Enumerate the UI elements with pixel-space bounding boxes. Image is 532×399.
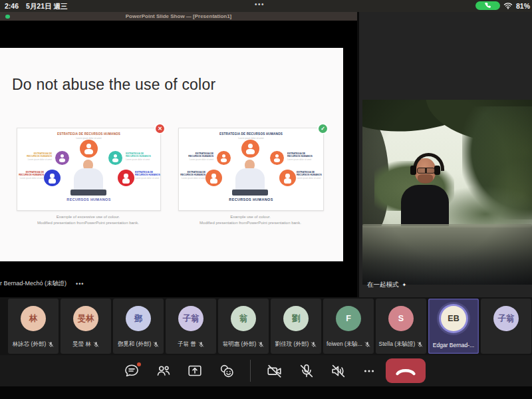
more-options-button[interactable]	[360, 362, 378, 380]
node-label-title: ESTRATEGIA DE RECURSOS HUMANOS	[297, 171, 322, 177]
reactions-icon	[218, 362, 235, 380]
participant-tile[interactable]: Ffeiwen (未驗...	[323, 299, 374, 354]
participant-tile[interactable]: 子翁	[481, 299, 531, 354]
cross-badge-icon: ✕	[156, 124, 164, 133]
participant-tile[interactable]: 林林詠芯 (外部)	[8, 299, 59, 354]
camera-toggle-button[interactable]	[265, 362, 284, 380]
share-screen-icon	[186, 362, 203, 380]
avatar: 劉	[283, 306, 309, 331]
diagram-node-circle	[44, 170, 61, 186]
diagram-node-label: ESTRATEGIA DE RECURSOS HUMANOSLorem ipsu…	[21, 152, 52, 161]
participant-name-row: feiwen (未驗...	[325, 340, 372, 348]
multitask-indicator[interactable]: •••	[255, 1, 265, 8]
reactions-button[interactable]	[217, 362, 236, 380]
diagram-node-circle	[205, 170, 222, 186]
participant-name-row: 旻螢 林	[62, 340, 110, 348]
participant-name-row: 鄧覓和 (外部)	[114, 340, 162, 348]
diagram-node-circle	[118, 170, 134, 186]
node-label-title: ESTRATEGIA DE RECURSOS HUMANOS	[135, 171, 160, 177]
diagram-node-label: ESTRATEGIA DE RECURSOS HUMANOSLorem ipsu…	[297, 171, 322, 180]
participant-filmstrip: 林林詠芯 (外部)旻林旻螢 林鄧鄧覓和 (外部)子翁子翁 普翁翁明惠 (外部)劉…	[0, 297, 532, 355]
slide-examples: ✕ESTRATEGIA DE RECURSOS HUMANOSLorem ips…	[0, 48, 343, 261]
example-subheading: Lorem ipsum dolor sit amet	[179, 137, 323, 140]
participant-name: 鄧覓和 (外部)	[118, 340, 152, 348]
participant-name: feiwen (未驗...	[327, 340, 362, 348]
diagram-node-label: ESTRATEGIA DE RECURSOS HUMANOSLorem ipsu…	[183, 152, 213, 161]
node-label-subtext: Lorem ipsum dolor sit amet	[180, 178, 205, 180]
participant-name: Stella (未驗證)	[379, 340, 416, 348]
slide-example-card: ✓ESTRATEGIA DE RECURSOS HUMANOSLorem ips…	[178, 128, 324, 211]
diagram-node-circle	[55, 151, 69, 165]
example-heading: ESTRATEGIA DE RECURSOS HUMANOS	[17, 132, 160, 136]
diagram-node-label: ESTRATEGIA DE RECURSOS HUMANOSLorem ipsu…	[180, 171, 205, 180]
mic-toggle-button[interactable]	[297, 362, 316, 380]
diagram-node-label: ESTRATEGIA DE RECURSOS HUMANOSLorem ipsu…	[287, 152, 318, 161]
example-caption: Example use of colour.Modified presentat…	[178, 214, 323, 226]
illustration-person-torso	[74, 168, 103, 191]
illustration-desk	[232, 190, 268, 196]
participant-tile[interactable]: SStella (未驗證)	[376, 299, 426, 354]
participant-name-row: 翁明惠 (外部)	[219, 340, 267, 348]
node-label-title: ESTRATEGIA DE RECURSOS HUMANOS	[180, 171, 205, 177]
check-badge-icon: ✓	[319, 124, 327, 133]
speaker-off-icon	[330, 362, 347, 380]
slide-example-card: ✕ESTRATEGIA DE RECURSOS HUMANOSLorem ips…	[17, 128, 161, 211]
avatar: EB	[441, 306, 466, 331]
avatar: 林	[21, 306, 46, 331]
slide: Do not abuse the use of color ✕ESTRATEGI…	[0, 48, 343, 261]
participant-tile[interactable]: 旻林旻螢 林	[61, 299, 111, 354]
mic-muted-icon	[258, 341, 264, 348]
participant-name-row: 劉佳玟 (外部)	[272, 340, 320, 348]
participant-name: 旻螢 林	[72, 340, 91, 348]
participant-tile[interactable]: 劉劉佳玟 (外部)	[271, 299, 321, 354]
share-screen-button[interactable]	[186, 362, 204, 380]
node-label-subtext: Lorem ipsum dolor sit amet	[287, 159, 318, 162]
node-label-title: ESTRATEGIA DE RECURSOS HUMANOS	[183, 152, 213, 158]
video-stage: 在一起模式 ✦	[357, 12, 532, 297]
people-button[interactable]	[154, 362, 173, 380]
mic-muted-indicator	[93, 341, 99, 348]
ipad-screen: 2:46 5月21日 週三 ••• 81% PowerPoint Slide S…	[0, 0, 532, 399]
example-heading: ESTRATEGIA DE RECURSOS HUMANOS	[179, 132, 323, 136]
participant-name-row: Edgar Bernad-...	[430, 342, 477, 348]
participant-tile[interactable]: 子翁子翁 普	[166, 299, 216, 354]
participant-name: 劉佳玟 (外部)	[275, 340, 309, 348]
avatar: 子翁	[178, 306, 203, 331]
mic-muted-indicator	[198, 341, 204, 348]
chat-button[interactable]	[122, 362, 141, 380]
presenter-more-button[interactable]: •••	[76, 281, 84, 287]
diagram-node-circle	[108, 151, 122, 165]
diagram-node-circle	[241, 140, 259, 158]
diagram-node-label: ESTRATEGIA DE RECURSOS HUMANOSLorem ipsu…	[126, 152, 156, 161]
avatar: 旻林	[73, 306, 98, 331]
sparkle-icon: ✦	[402, 282, 407, 288]
presenter-video[interactable]	[362, 100, 532, 285]
participant-tile[interactable]: 鄧鄧覓和 (外部)	[113, 299, 164, 354]
mic-muted-indicator	[153, 341, 159, 348]
bottom-letterbox	[0, 386, 532, 399]
avatar: 子翁	[493, 306, 519, 331]
hang-up-icon	[395, 365, 416, 377]
hang-up-button[interactable]	[386, 358, 426, 383]
avatar-initials: 鄧	[134, 313, 143, 325]
participant-tile[interactable]: EBEdgar Bernad-...	[428, 299, 479, 354]
together-mode-label[interactable]: 在一起模式 ✦	[367, 281, 406, 289]
camera-off-icon	[266, 362, 283, 380]
illustration-person-torso	[235, 168, 265, 191]
mic-muted-indicator	[417, 341, 423, 348]
diagram-node-circle	[80, 140, 98, 158]
example-footer-label: RECURSOS HUMANOS	[17, 198, 160, 201]
presenter-name-label: r Bernad-Mechó (未驗證) •••	[0, 277, 89, 290]
avatar-initials: 子翁	[183, 313, 200, 325]
wifi-icon	[503, 2, 513, 9]
date: 5月21日 週三	[26, 2, 67, 11]
node-label-title: ESTRATEGIA DE RECURSOS HUMANOS	[287, 152, 318, 158]
example-caption: Example of excessive use of colour.Modif…	[17, 214, 160, 226]
speaker-toggle-button[interactable]	[329, 362, 348, 380]
caption-line: Modified presentation fromPowerPoint pre…	[17, 220, 160, 226]
mic-muted-icon	[153, 341, 159, 348]
active-call-pill[interactable]	[475, 1, 500, 10]
participant-tile[interactable]: 翁翁明惠 (外部)	[218, 299, 269, 354]
powerpoint-titlebar: PowerPoint Slide Show — [Presentation1]	[0, 12, 357, 21]
people-icon	[155, 362, 172, 380]
